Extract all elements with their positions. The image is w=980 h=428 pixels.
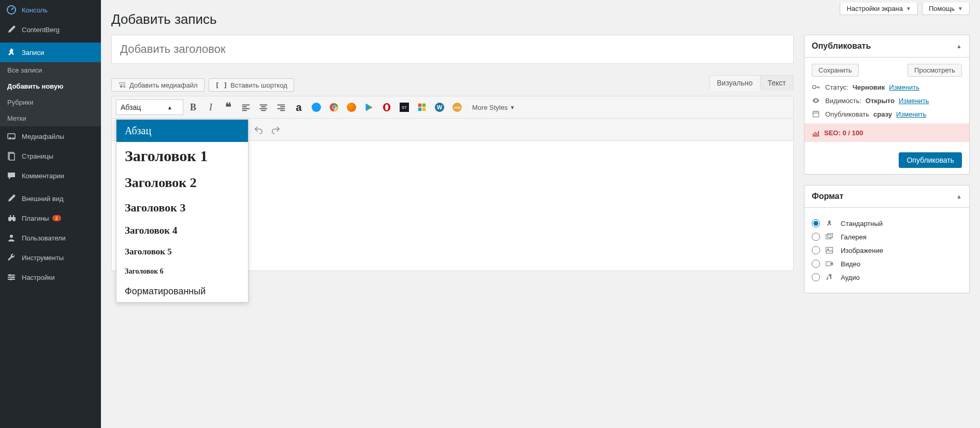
format-option-audio[interactable]: Аудио: [812, 273, 962, 281]
steam-icon[interactable]: ST: [397, 99, 412, 115]
more-styles-button[interactable]: More Styles▼: [467, 104, 520, 111]
svg-rect-22: [277, 105, 285, 106]
format-select[interactable]: Абзац ▲: [116, 99, 183, 115]
dropdown-option-h2[interactable]: Заголовок 2: [116, 170, 248, 196]
text-tab[interactable]: Текст: [760, 75, 794, 91]
align-right-button[interactable]: [273, 99, 289, 115]
format-radio-standard[interactable]: [812, 219, 820, 227]
dropdown-option-h3[interactable]: Заголовок 3: [116, 196, 248, 220]
align-center-button[interactable]: [256, 99, 271, 115]
sidebar-item-label: Консоль: [22, 6, 48, 14]
svg-rect-37: [826, 235, 831, 239]
edit-schedule-link[interactable]: Изменить: [896, 110, 927, 118]
redo-button[interactable]: [268, 122, 284, 137]
chevron-down-icon: ▼: [510, 105, 515, 110]
dropdown-option-h5[interactable]: Заголовок 5: [116, 241, 248, 262]
appstore-icon[interactable]: [309, 99, 324, 115]
editor-column: Добавить медиафайл [ ] Вставить шорткод …: [111, 35, 794, 304]
visibility-value: Открыто: [866, 97, 895, 105]
submenu-categories[interactable]: Рубрики: [0, 94, 101, 110]
media-icon: [6, 131, 17, 141]
format-radio-video[interactable]: [812, 260, 820, 268]
format-option-label: Галерея: [841, 233, 867, 241]
play-icon[interactable]: [361, 99, 377, 115]
svg-rect-13: [119, 82, 125, 84]
format-option-gallery[interactable]: Галерея: [812, 233, 962, 241]
edit-status-link[interactable]: Изменить: [889, 83, 919, 91]
format-dropdown: Абзац Заголовок 1 Заголовок 2 Заголовок …: [116, 119, 248, 303]
shortcode-icon: [ ]: [215, 81, 227, 89]
sidebar-item-posts[interactable]: Записи: [0, 42, 101, 62]
svg-rect-34: [422, 108, 426, 111]
italic-button[interactable]: I: [203, 99, 218, 115]
dropdown-option-h1[interactable]: Заголовок 1: [116, 142, 248, 170]
insert-shortcode-button[interactable]: [ ] Вставить шорткод: [209, 78, 294, 92]
svg-point-28: [332, 106, 335, 108]
submenu-tags[interactable]: Метки: [0, 110, 101, 126]
amazon-icon[interactable]: a: [291, 99, 306, 115]
sidebar-item-tools[interactable]: Инструменты: [0, 248, 101, 267]
align-left-button[interactable]: [238, 99, 254, 115]
sidebar-item-appearance[interactable]: Внешний вид: [0, 189, 101, 208]
sidebar-item-plugins[interactable]: Плагины 2: [0, 208, 101, 228]
preview-button[interactable]: Просмотреть: [908, 64, 962, 77]
svg-point-30: [385, 104, 388, 110]
seo-score: SEO: 0 / 100: [805, 123, 969, 142]
svg-point-11: [10, 278, 12, 280]
audio-icon: [825, 273, 836, 281]
windows-icon[interactable]: [414, 99, 430, 115]
sidebar-item-label: Медиафайлы: [22, 133, 64, 140]
dropdown-option-paragraph[interactable]: Абзац: [116, 120, 248, 142]
format-option-image[interactable]: Изображение: [812, 246, 962, 254]
sidebar-item-settings[interactable]: Настройки: [0, 267, 101, 287]
firefox-icon[interactable]: [344, 99, 359, 115]
add-media-button[interactable]: Добавить медиафайл: [111, 78, 204, 92]
sidebar-item-contentberg[interactable]: ContentBerg: [0, 20, 101, 39]
format-panel-head[interactable]: Формат ▲: [805, 186, 969, 208]
sidebar-item-comments[interactable]: Комментарии: [0, 166, 101, 186]
sidebar-item-users[interactable]: Пользователи: [0, 228, 101, 248]
svg-rect-4: [9, 153, 14, 160]
visual-tab[interactable]: Визуально: [709, 75, 760, 91]
sidebar-item-media[interactable]: Медиафайлы: [0, 126, 101, 146]
post-title-input[interactable]: [111, 35, 794, 64]
publish-panel-head[interactable]: Опубликовать ▲: [805, 35, 969, 58]
format-radio-gallery[interactable]: [812, 233, 820, 241]
svg-rect-16: [242, 108, 250, 109]
dashboard-icon: [6, 5, 17, 15]
sidebar-item-label: Пользователи: [22, 234, 66, 242]
format-option-standard[interactable]: Стандартный: [812, 219, 962, 227]
bold-button[interactable]: B: [185, 99, 201, 115]
svg-point-9: [9, 274, 11, 276]
pages-icon: [6, 151, 17, 161]
appearance-icon: [6, 193, 17, 204]
wordpress-icon[interactable]: W: [432, 99, 447, 115]
xda-icon[interactable]: xda: [449, 99, 465, 115]
help-tab[interactable]: Помощь▼: [922, 3, 970, 15]
submenu-all-posts[interactable]: Все записи: [0, 62, 101, 78]
edit-visibility-link[interactable]: Изменить: [899, 97, 929, 105]
opera-icon[interactable]: [379, 99, 394, 115]
format-option-video[interactable]: Видео: [812, 260, 962, 268]
sidebar-item-dashboard[interactable]: Консоль: [0, 0, 101, 20]
save-draft-button[interactable]: Сохранить: [812, 64, 859, 77]
submenu-add-new[interactable]: Добавить новую: [0, 78, 101, 94]
schedule-value: сразу: [873, 110, 892, 118]
status-value: Черновик: [853, 83, 885, 91]
format-radio-image[interactable]: [812, 246, 820, 254]
dropdown-option-pre[interactable]: Форматированный: [116, 281, 248, 302]
sidebar-item-pages[interactable]: Страницы: [0, 146, 101, 166]
blockquote-button[interactable]: ❝: [221, 99, 236, 115]
sidebar-item-label: Инструменты: [22, 254, 64, 262]
undo-button[interactable]: [251, 122, 266, 137]
svg-rect-15: [242, 106, 247, 107]
dropdown-option-h6[interactable]: Заголовок 6: [116, 262, 248, 281]
pin-icon: [825, 219, 836, 227]
chrome-icon[interactable]: [326, 99, 342, 115]
publish-button[interactable]: Опубликовать: [899, 152, 962, 168]
help-label: Помощь: [929, 5, 955, 12]
format-radio-audio[interactable]: [812, 273, 820, 281]
screen-options-tab[interactable]: Настройки экрана▼: [840, 3, 917, 15]
dropdown-option-h4[interactable]: Заголовок 4: [116, 220, 248, 241]
editor-toolbar: Абзац ▲ B I ❝ a: [112, 96, 793, 119]
